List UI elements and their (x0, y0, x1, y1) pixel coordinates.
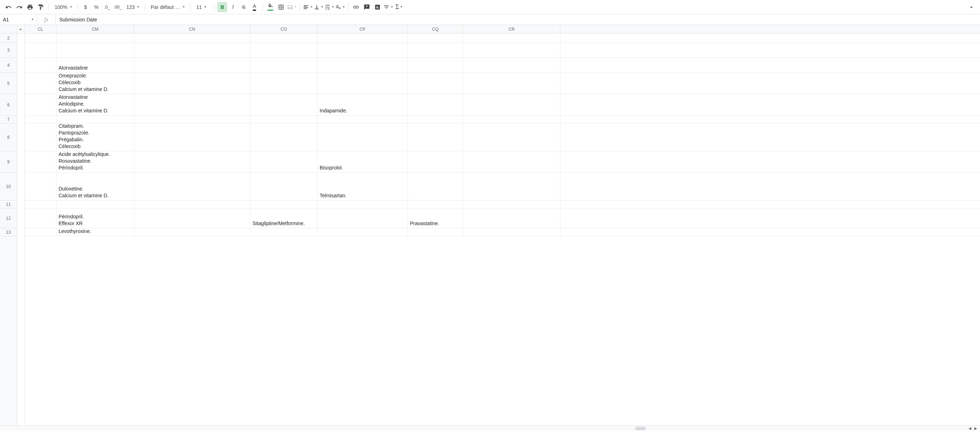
cell[interactable] (25, 228, 56, 236)
cell[interactable] (408, 33, 463, 43)
increase-decimal-button[interactable]: .00_ (113, 2, 123, 12)
cell[interactable] (250, 43, 318, 58)
cell[interactable] (463, 94, 560, 116)
cell[interactable] (25, 58, 56, 73)
fill-color-button[interactable] (266, 2, 275, 12)
cell[interactable] (318, 58, 408, 73)
cell[interactable] (134, 228, 250, 236)
cell[interactable] (134, 124, 250, 151)
cell[interactable]: Sitagliptine/Metformine. (250, 208, 318, 228)
text-wrap-button[interactable]: ▼ (324, 2, 334, 12)
row-header[interactable]: 8 (0, 124, 17, 151)
cell[interactable] (318, 43, 408, 58)
cell[interactable] (463, 116, 560, 124)
cell[interactable] (408, 151, 463, 173)
cell[interactable] (318, 124, 408, 151)
text-color-button[interactable]: A (249, 2, 259, 12)
cell[interactable]: Indapamide. (318, 94, 408, 116)
cell[interactable]: Atorvastatine (56, 58, 134, 73)
row-header[interactable]: 2 (0, 33, 17, 43)
cell[interactable] (463, 124, 560, 151)
row-header[interactable]: 10 (0, 173, 17, 201)
cell[interactable] (250, 124, 318, 151)
zoom-select[interactable]: 100%▼ (52, 2, 75, 12)
column-header[interactable]: CQ (408, 25, 463, 33)
cell[interactable] (408, 228, 463, 236)
strikethrough-button[interactable]: S (239, 2, 248, 12)
cell[interactable] (134, 33, 250, 43)
cell[interactable] (408, 73, 463, 94)
horizontal-align-button[interactable]: ▼ (303, 2, 313, 12)
cell[interactable]: Périndopril. Effexor XR (56, 208, 134, 228)
cell[interactable]: Atorvastatine Amlodipine. Calcium et vit… (56, 94, 134, 116)
column-header[interactable]: CR (463, 25, 560, 33)
insert-link-button[interactable] (351, 2, 361, 12)
cell[interactable] (408, 173, 463, 201)
cell[interactable]: Levothyroxine. (56, 228, 134, 236)
cell[interactable] (134, 73, 250, 94)
cell[interactable] (463, 208, 560, 228)
cell[interactable] (134, 43, 250, 58)
row-header[interactable]: 9 (0, 151, 17, 173)
decrease-decimal-button[interactable]: .0_ (102, 2, 112, 12)
row-header[interactable]: 3 (0, 43, 17, 58)
cell[interactable] (25, 201, 56, 208)
cells-area[interactable]: AtorvastatineOmeprazole. Célecoxib Calci… (25, 33, 980, 425)
cell[interactable] (56, 116, 134, 124)
row-header[interactable]: 5 (0, 73, 17, 94)
column-header[interactable]: CM (56, 25, 134, 33)
cell[interactable] (318, 116, 408, 124)
cell[interactable]: Citalopram. Pantoprazole. Prégabalin. Cé… (56, 124, 134, 151)
cell[interactable] (463, 58, 560, 73)
cell[interactable] (250, 201, 318, 208)
cell[interactable] (134, 208, 250, 228)
cell[interactable] (25, 124, 56, 151)
cell[interactable] (250, 58, 318, 73)
cell[interactable]: Omeprazole. Célecoxib Calcium et vitamin… (56, 73, 134, 94)
cell[interactable] (56, 33, 134, 43)
font-size-select[interactable]: 11▼ (193, 2, 211, 12)
row-header[interactable]: 11 (0, 201, 17, 208)
undo-button[interactable] (3, 2, 14, 12)
cell[interactable]: Pravastatine. (408, 208, 463, 228)
cell[interactable]: Acide acétylsalicylique. Rosuvastatine. … (56, 151, 134, 173)
cell[interactable] (134, 58, 250, 73)
select-all-corner[interactable] (0, 25, 17, 33)
column-header[interactable]: CO (250, 25, 318, 33)
cell[interactable] (25, 173, 56, 201)
column-header[interactable]: CL (25, 25, 56, 33)
cell[interactable] (408, 58, 463, 73)
more-formats-button[interactable]: 123▼ (124, 2, 142, 12)
redo-button[interactable] (14, 2, 24, 12)
insert-chart-button[interactable] (372, 2, 382, 12)
cell[interactable] (318, 201, 408, 208)
format-currency-button[interactable]: $ (81, 2, 91, 12)
row-header[interactable]: 4 (0, 58, 17, 73)
cell[interactable] (250, 228, 318, 236)
cell[interactable] (25, 116, 56, 124)
cell[interactable] (463, 43, 560, 58)
cell[interactable] (250, 116, 318, 124)
cell[interactable] (250, 73, 318, 94)
cell[interactable] (318, 208, 408, 228)
cell[interactable] (25, 208, 56, 228)
cell[interactable]: Telmisartan. (318, 173, 408, 201)
formula-input[interactable]: Submission Date (56, 17, 980, 22)
cell[interactable] (408, 116, 463, 124)
cell[interactable] (25, 33, 56, 43)
cell[interactable] (56, 201, 134, 208)
cell[interactable] (134, 201, 250, 208)
bold-button[interactable]: B (217, 2, 227, 12)
cell[interactable] (463, 151, 560, 173)
cell[interactable] (318, 33, 408, 43)
cell[interactable] (134, 116, 250, 124)
vertical-align-button[interactable]: ▼ (313, 2, 324, 12)
collapse-toolbar-button[interactable] (966, 2, 977, 12)
row-header[interactable]: 6 (0, 94, 17, 116)
text-rotation-button[interactable]: ▼ (335, 2, 345, 12)
filter-button[interactable]: ▼ (383, 2, 393, 12)
font-family-select[interactable]: Par défaut …▼ (148, 2, 187, 12)
cell[interactable] (318, 228, 408, 236)
print-button[interactable] (25, 2, 35, 12)
column-group-toggle[interactable]: ▸ (17, 25, 25, 33)
